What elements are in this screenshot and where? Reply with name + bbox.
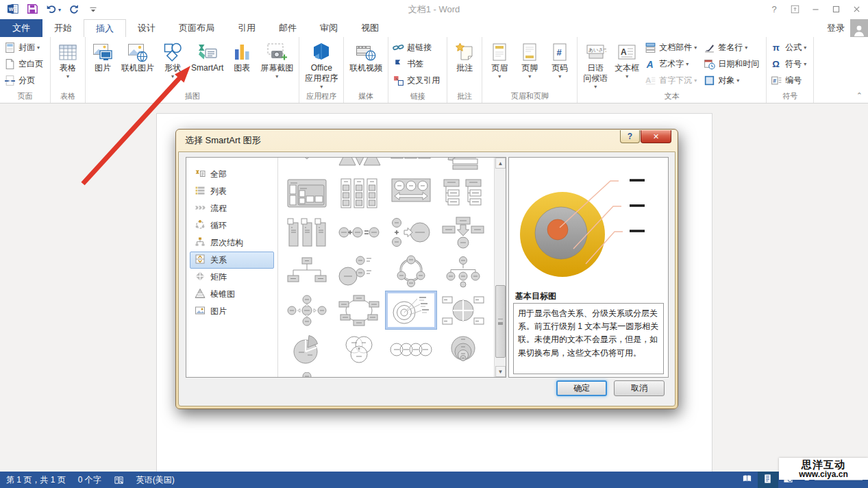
word-count[interactable]: 0 个字 bbox=[72, 474, 108, 486]
category-cycle[interactable]: 循环 bbox=[190, 217, 274, 234]
customize-quick-access-button[interactable] bbox=[84, 1, 102, 18]
avatar[interactable] bbox=[850, 19, 868, 37]
category-list[interactable]: 列表 bbox=[190, 183, 274, 200]
redo-button[interactable] bbox=[65, 1, 83, 18]
greeting-button[interactable]: あいさつ日语问候语▾ bbox=[580, 38, 611, 92]
online-pictures-button[interactable]: 联机图片 bbox=[118, 38, 158, 92]
layout-thumb-tiny-circle[interactable] bbox=[282, 369, 332, 377]
save-button[interactable] bbox=[23, 1, 41, 18]
layout-thumb-two-col-hierarchy[interactable] bbox=[438, 174, 488, 212]
dialog-help-button[interactable]: ? bbox=[620, 130, 640, 143]
layout-thumb-plus-radial[interactable] bbox=[282, 291, 332, 329]
ok-button[interactable]: 确定 bbox=[556, 380, 607, 396]
quick-parts-button[interactable]: 文档部件▾ bbox=[643, 39, 702, 56]
category-relationship[interactable]: 关系 bbox=[190, 252, 274, 269]
layout-thumb-nested-circles[interactable] bbox=[438, 330, 488, 368]
online-video-button[interactable]: 联机视频 bbox=[346, 38, 386, 92]
layout-thumb-venn[interactable] bbox=[334, 330, 384, 368]
layout-thumb-radial-list[interactable] bbox=[334, 252, 384, 290]
layout-thumb-arrow-down[interactable] bbox=[282, 158, 332, 173]
minimize-button[interactable] bbox=[805, 0, 826, 18]
header-button[interactable]: 页眉▾ bbox=[484, 38, 514, 92]
comment-button[interactable]: 批注 bbox=[449, 38, 480, 92]
layout-thumb-linear-venn[interactable] bbox=[386, 330, 436, 368]
shapes-button[interactable]: 形状▾ bbox=[158, 38, 188, 92]
ribbon-display-options-button[interactable] bbox=[784, 0, 805, 18]
category-picture[interactable]: 图片 bbox=[190, 303, 274, 320]
layout-thumb-tree-circles[interactable] bbox=[438, 252, 488, 290]
help-button[interactable]: ? bbox=[764, 0, 784, 18]
category-pyramid[interactable]: 棱锥图 bbox=[190, 286, 274, 303]
cross-reference-button[interactable]: 交叉引用 bbox=[390, 72, 445, 88]
gallery-scrollbar[interactable]: ▲ ▼ bbox=[494, 158, 506, 377]
category-all[interactable]: 全部 bbox=[190, 166, 274, 183]
drop-cap-button[interactable]: A首字下沉▾ bbox=[643, 72, 702, 88]
footer-button[interactable]: 页脚▾ bbox=[514, 38, 545, 92]
sign-in-link[interactable]: 登录 bbox=[827, 22, 845, 34]
category-hierarchy[interactable]: 层次结构 bbox=[190, 234, 274, 252]
tab-references[interactable]: 引用 bbox=[226, 19, 267, 37]
table-button[interactable]: 表格▾ bbox=[53, 38, 83, 92]
layout-thumb-ring-circles[interactable] bbox=[386, 252, 436, 290]
layout-thumb-counterbalance[interactable] bbox=[386, 174, 436, 212]
tab-home[interactable]: 开始 bbox=[42, 19, 84, 37]
layout-thumb-triangle-row[interactable] bbox=[334, 158, 384, 173]
layout-thumb-box-tree[interactable] bbox=[282, 252, 332, 290]
proofing-icon[interactable] bbox=[108, 475, 130, 485]
layout-thumb-quadrant[interactable] bbox=[438, 291, 488, 329]
layout-thumb-converging[interactable] bbox=[386, 213, 436, 251]
layout-thumb-stacked-cards[interactable] bbox=[438, 158, 488, 173]
dialog-close-button[interactable]: ✕ bbox=[641, 130, 671, 143]
pictures-button[interactable]: 图片 bbox=[88, 38, 118, 92]
layout-thumb-basic-target[interactable] bbox=[386, 291, 436, 329]
maximize-button[interactable] bbox=[826, 0, 846, 18]
office-apps-button[interactable]: Office应用程序▾ bbox=[301, 38, 341, 92]
tab-review[interactable]: 审阅 bbox=[308, 19, 349, 37]
page-number-button[interactable]: #页码▾ bbox=[545, 38, 575, 92]
layout-thumb-block-list[interactable] bbox=[334, 174, 384, 212]
collapse-ribbon-icon[interactable]: ⌃ bbox=[856, 91, 863, 100]
blank-page-button[interactable]: 空白页 bbox=[2, 56, 48, 72]
print-layout-button[interactable] bbox=[758, 472, 778, 488]
language-indicator[interactable]: 英语(美国) bbox=[130, 474, 181, 486]
layout-thumb-accent-list[interactable] bbox=[282, 213, 332, 251]
layout-thumb-pie[interactable] bbox=[282, 330, 332, 368]
wordart-button[interactable]: A艺术字▾ bbox=[643, 56, 702, 72]
bookmark-button[interactable]: 书签 bbox=[390, 56, 445, 72]
chart-button[interactable]: 图表 bbox=[227, 38, 257, 92]
read-mode-button[interactable] bbox=[737, 472, 758, 488]
word-logo-button[interactable]: W bbox=[4, 1, 22, 18]
layout-thumb-arrow-to-circle[interactable] bbox=[438, 213, 488, 251]
signature-line-button[interactable]: 签名行▾ bbox=[702, 39, 764, 56]
cancel-button[interactable]: 取消 bbox=[614, 380, 665, 396]
category-matrix[interactable]: 矩阵 bbox=[190, 269, 274, 286]
scroll-down-icon[interactable]: ▼ bbox=[495, 366, 506, 377]
tab-design[interactable]: 设计 bbox=[126, 19, 167, 37]
tab-mailings[interactable]: 邮件 bbox=[267, 19, 308, 37]
cover-page-button[interactable]: 封面▾ bbox=[2, 39, 48, 56]
tab-file[interactable]: 文件 bbox=[0, 19, 42, 37]
layout-thumb-grouped-list[interactable] bbox=[282, 174, 332, 212]
page-break-button[interactable]: 分页 bbox=[2, 72, 48, 88]
scroll-up-icon[interactable]: ▲ bbox=[495, 158, 506, 169]
text-box-button[interactable]: A文本框▾ bbox=[611, 38, 643, 92]
number-button[interactable]: #编号 bbox=[769, 72, 811, 88]
page-info[interactable]: 第 1 页，共 1 页 bbox=[0, 474, 72, 486]
tab-view[interactable]: 视图 bbox=[349, 19, 390, 37]
symbol-button[interactable]: Ω符号▾ bbox=[769, 56, 811, 72]
scrollbar-thumb[interactable] bbox=[495, 285, 506, 358]
screenshot-button[interactable]: 屏幕截图▾ bbox=[257, 38, 297, 92]
undo-button[interactable]: ▾ bbox=[42, 1, 64, 18]
category-process[interactable]: 流程 bbox=[190, 200, 274, 217]
tab-page-layout[interactable]: 页面布局 bbox=[167, 19, 226, 37]
layout-thumb-equation[interactable] bbox=[334, 213, 384, 251]
date-time-button[interactable]: 日期和时间 bbox=[702, 56, 764, 72]
smartart-button[interactable]: SmartArt bbox=[188, 38, 227, 92]
layout-thumb-cycle-boxes[interactable] bbox=[334, 291, 384, 329]
object-button[interactable]: 对象▾ bbox=[702, 72, 764, 88]
close-button[interactable] bbox=[846, 0, 867, 18]
tab-insert[interactable]: 插入 bbox=[84, 19, 126, 37]
hyperlink-button[interactable]: 超链接 bbox=[390, 39, 445, 56]
layout-thumb-three-boxes[interactable] bbox=[386, 158, 436, 173]
equation-button[interactable]: π公式▾ bbox=[769, 39, 811, 56]
